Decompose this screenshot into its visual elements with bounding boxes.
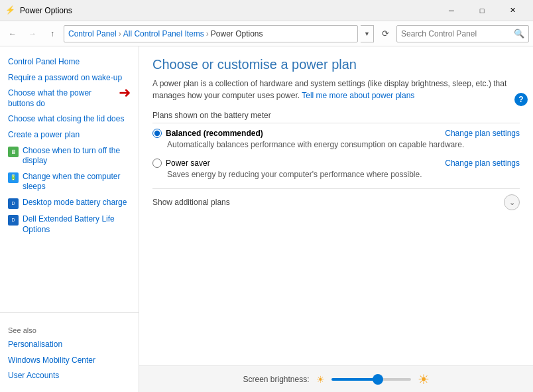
breadcrumb-all-items[interactable]: All Control Panel Items bbox=[123, 29, 204, 38]
sidebar-item-user-accounts[interactable]: User Accounts bbox=[0, 368, 139, 384]
help-button[interactable]: ? bbox=[514, 93, 528, 106]
sidebar-item-create-plan[interactable]: Create a power plan bbox=[0, 127, 139, 143]
search-button[interactable]: 🔍 bbox=[514, 29, 524, 38]
see-also-title: See also bbox=[0, 317, 139, 337]
main-container: Control Panel Home Require a password on… bbox=[0, 46, 533, 392]
sidebar-item-turn-off-display[interactable]: 🖥 Choose when to turn off the display bbox=[0, 143, 139, 169]
sidebar-divider bbox=[0, 312, 139, 313]
up-button[interactable]: ↑ bbox=[44, 25, 61, 42]
close-button[interactable]: ✕ bbox=[497, 0, 528, 21]
page-description: A power plan is a collection of hardware… bbox=[152, 78, 520, 101]
address-bar: ← → ↑ Control Panel › All Control Panel … bbox=[0, 21, 533, 46]
page-title: Choose or customise a power plan bbox=[152, 57, 520, 72]
brightness-high-icon: ☀ bbox=[418, 371, 430, 387]
title-bar: ⚡ Power Options ─ □ ✕ bbox=[0, 0, 533, 21]
sidebar-item-desktop-battery[interactable]: D Desktop mode battery charge bbox=[0, 195, 139, 212]
plan-power-saver-label[interactable]: Power saver bbox=[152, 159, 210, 168]
plan-balanced-radio[interactable] bbox=[152, 129, 162, 138]
sidebar-item-change-sleep[interactable]: 🔋 Change when the computer sleeps bbox=[0, 169, 139, 195]
breadcrumb-sep-1: › bbox=[119, 29, 121, 38]
plans-section-label: Plans shown on the battery meter bbox=[152, 111, 520, 123]
content-area: Choose or customise a power plan A power… bbox=[139, 46, 533, 392]
show-additional-text: Show additional plans bbox=[152, 198, 230, 207]
brightness-bar: Screen brightness: ☀ ☀ bbox=[139, 365, 533, 392]
arrow-indicator: ➜ bbox=[119, 86, 131, 100]
plan-balanced-label[interactable]: Balanced (recommended) bbox=[152, 129, 263, 138]
sidebar-item-choose-power-buttons[interactable]: Choose what the power buttons do bbox=[8, 88, 115, 109]
brightness-slider[interactable] bbox=[331, 378, 411, 381]
plan-power-saver-header: Power saver Change plan settings bbox=[152, 159, 520, 168]
change-plan-saver-link[interactable]: Change plan settings bbox=[445, 159, 520, 168]
forward-button[interactable]: → bbox=[24, 25, 41, 42]
breadcrumb: Control Panel › All Control Panel Items … bbox=[64, 25, 358, 42]
sleep-icon: 🔋 bbox=[8, 172, 19, 183]
minimize-button[interactable]: ─ bbox=[436, 0, 467, 21]
sidebar-item-control-panel-home[interactable]: Control Panel Home bbox=[0, 54, 139, 70]
search-input[interactable] bbox=[401, 29, 514, 38]
change-plan-balanced-link[interactable]: Change plan settings bbox=[445, 129, 520, 138]
dell-icon-2: D bbox=[8, 215, 19, 226]
breadcrumb-control-panel[interactable]: Control Panel bbox=[68, 29, 117, 38]
refresh-button[interactable]: ⟳ bbox=[377, 25, 394, 42]
display-icon: 🖥 bbox=[8, 147, 19, 157]
plan-power-saver-desc: Saves energy by reducing your computer's… bbox=[167, 170, 520, 179]
plan-balanced: Balanced (recommended) Change plan setti… bbox=[152, 129, 520, 149]
sidebar-item-require-password[interactable]: Require a password on wake-up bbox=[0, 70, 139, 86]
plan-balanced-desc: Automatically balances performance with … bbox=[167, 140, 520, 149]
breadcrumb-current: Power Options bbox=[211, 29, 263, 38]
search-box: 🔍 bbox=[396, 25, 529, 42]
sidebar: Control Panel Home Require a password on… bbox=[0, 46, 139, 392]
expand-button[interactable]: ⌄ bbox=[504, 194, 520, 210]
app-icon: ⚡ bbox=[5, 5, 16, 16]
plan-power-saver-radio[interactable] bbox=[152, 159, 162, 168]
maximize-button[interactable]: □ bbox=[467, 0, 497, 21]
tell-me-more-link[interactable]: Tell me more about power plans bbox=[302, 91, 414, 100]
sidebar-item-choose-lid[interactable]: Choose what closing the lid does bbox=[0, 111, 139, 127]
window-title: Power Options bbox=[20, 6, 436, 15]
brightness-label: Screen brightness: bbox=[243, 375, 309, 384]
back-button[interactable]: ← bbox=[4, 25, 21, 42]
sidebar-item-dell-battery-life[interactable]: D Dell Extended Battery Life Options bbox=[0, 212, 139, 237]
plan-balanced-header: Balanced (recommended) Change plan setti… bbox=[152, 129, 520, 138]
show-additional-section[interactable]: Show additional plans ⌄ bbox=[152, 188, 520, 210]
brightness-low-icon: ☀ bbox=[316, 374, 325, 385]
sidebar-item-mobility[interactable]: Windows Mobility Center bbox=[0, 353, 139, 369]
plan-power-saver: Power saver Change plan settings Saves e… bbox=[152, 159, 520, 179]
dell-icon-1: D bbox=[8, 198, 19, 209]
sidebar-item-personalisation[interactable]: Personalisation bbox=[0, 337, 139, 353]
breadcrumb-dropdown[interactable]: ▼ bbox=[361, 25, 374, 42]
breadcrumb-sep-2: › bbox=[206, 29, 209, 38]
window-controls: ─ □ ✕ bbox=[436, 0, 528, 21]
